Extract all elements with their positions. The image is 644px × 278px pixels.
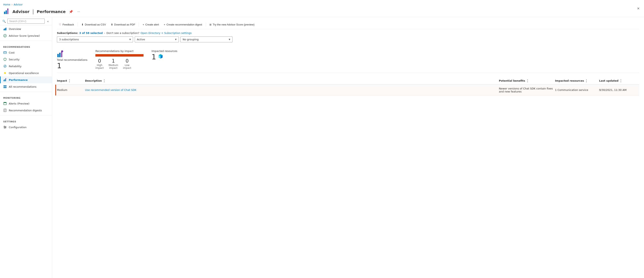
breadcrumb-home[interactable]: Home xyxy=(3,3,10,6)
title-bar: Home › Advisor xyxy=(0,0,644,17)
col-header-description: Description ↑↓ xyxy=(85,79,499,83)
subscriptions-dropdown-value: 3 subscriptions xyxy=(59,38,79,41)
impact-bar xyxy=(96,54,144,57)
high-impact-num: 0 xyxy=(98,58,101,64)
open-directory-link[interactable]: Open Directory + Subscription settings xyxy=(140,32,192,35)
alerts-icon xyxy=(3,102,7,105)
sidebar-divider-3 xyxy=(0,115,52,116)
svg-point-37 xyxy=(61,50,63,52)
svg-rect-16 xyxy=(6,79,6,81)
feedback-icon: ♡ xyxy=(59,23,61,26)
pin-button[interactable]: 📌 xyxy=(68,9,74,15)
row-description: Use recommended version of Chat SDK xyxy=(85,89,499,92)
row-impact: Medium xyxy=(57,89,85,92)
download-pdf-button[interactable]: ⬇ Download as PDF xyxy=(109,22,137,27)
total-recommendations-label: Total recommendations xyxy=(57,58,88,61)
close-button[interactable]: ✕ xyxy=(636,6,641,11)
grouping-dropdown[interactable]: No grouping ▼ xyxy=(180,37,232,42)
sidebar-item-configuration[interactable]: Configuration xyxy=(0,124,52,131)
stats-section: Total recommendations 1 Recommendations … xyxy=(57,46,639,73)
try-advisor-score-button[interactable]: ⊞ Try the new Advisor Score (preview) xyxy=(208,22,256,27)
sidebar-item-performance-label: Performance xyxy=(9,78,28,81)
create-digest-icon: + xyxy=(164,23,165,26)
high-impact-label: Highimpact xyxy=(96,64,104,69)
low-impact-label: Lowimpact xyxy=(123,64,131,69)
status-dropdown[interactable]: Active ▼ xyxy=(135,37,179,42)
sort-impacted-icon[interactable]: ↑↓ xyxy=(586,79,587,83)
svg-point-31 xyxy=(4,126,5,127)
overview-icon xyxy=(3,27,7,31)
recommendations-by-impact-label: Recommendations by impact xyxy=(96,50,144,53)
page-title: Performance xyxy=(37,9,66,14)
sidebar-item-alerts-label: Alerts (Preview) xyxy=(9,102,30,105)
low-impact-count: 0 Lowimpact xyxy=(123,58,131,69)
search-box: 🔍 « xyxy=(0,17,52,26)
svg-rect-22 xyxy=(4,103,6,105)
svg-rect-36 xyxy=(61,52,62,57)
sort-impact-icon[interactable]: ↑↓ xyxy=(69,79,70,83)
digests-icon xyxy=(3,109,7,112)
sidebar-item-operational-excellence[interactable]: Operational excellence xyxy=(0,70,52,76)
monitoring-section-label: Monitoring xyxy=(0,94,52,100)
sidebar: 🔍 « Overview Advisor Score (preview) Rec… xyxy=(0,17,52,278)
col-header-updated: Last updated ↑↓ xyxy=(599,79,639,83)
breadcrumb: Home › Advisor xyxy=(3,2,81,6)
sidebar-item-reliability[interactable]: Reliability xyxy=(0,63,52,70)
row-updated: 9/30/2021, 11:30 AM xyxy=(599,89,639,92)
cost-icon xyxy=(3,51,7,54)
sidebar-item-performance[interactable]: Performance xyxy=(0,76,52,83)
medium-impact-num: 1 xyxy=(112,58,115,64)
download-pdf-icon: ⬇ xyxy=(111,23,113,26)
svg-rect-18 xyxy=(4,85,5,86)
more-button[interactable]: ··· xyxy=(76,9,81,14)
subscriptions-dropdown[interactable]: 3 subscriptions ▼ xyxy=(57,37,133,42)
create-alert-label: Create alert xyxy=(145,23,159,26)
svg-rect-2 xyxy=(6,11,7,14)
status-dropdown-chevron: ▼ xyxy=(175,38,176,41)
sidebar-item-advisor-score[interactable]: Advisor Score (preview) xyxy=(0,32,52,39)
subscriptions-dropdown-chevron: ▼ xyxy=(129,38,131,41)
recommendations-by-impact-block: Recommendations by impact 0 Highimpact 1… xyxy=(96,50,144,69)
sidebar-item-digests[interactable]: Recommendation digests xyxy=(0,107,52,114)
title-bar-left: Home › Advisor xyxy=(3,2,632,15)
main-layout: 🔍 « Overview Advisor Score (preview) Rec… xyxy=(0,17,644,278)
breadcrumb-advisor[interactable]: Advisor xyxy=(14,3,23,6)
create-digest-button[interactable]: + Create recommendation digest xyxy=(162,22,204,27)
sidebar-item-overview[interactable]: Overview xyxy=(0,26,52,32)
impacted-resources-row: 1 xyxy=(152,53,177,61)
operational-excellence-icon xyxy=(3,71,7,75)
sidebar-item-security[interactable]: Security xyxy=(0,56,52,63)
security-icon xyxy=(3,58,7,61)
sidebar-item-digests-label: Recommendation digests xyxy=(9,109,42,112)
sidebar-item-alerts[interactable]: Alerts (Preview) xyxy=(0,100,52,107)
sidebar-item-overview-label: Overview xyxy=(9,28,21,31)
search-icon: 🔍 xyxy=(2,20,6,23)
subscriptions-nosub-text: Don't see a subscription? xyxy=(106,32,139,35)
svg-point-32 xyxy=(5,127,6,128)
download-csv-label: Download as CSV xyxy=(85,23,106,26)
total-recommendations-value: 1 xyxy=(57,62,88,69)
search-input[interactable] xyxy=(8,19,45,24)
svg-rect-34 xyxy=(57,54,59,57)
collapse-sidebar-button[interactable]: « xyxy=(46,19,50,24)
sidebar-item-reliability-label: Reliability xyxy=(9,65,22,68)
status-dropdown-value: Active xyxy=(137,38,145,41)
create-alert-button[interactable]: + Create alert xyxy=(140,22,161,27)
row-description-link[interactable]: Use recommended version of Chat SDK xyxy=(85,89,136,92)
sidebar-item-security-label: Security xyxy=(9,58,20,61)
svg-rect-1 xyxy=(4,12,5,14)
subscriptions-separator: – xyxy=(104,32,106,35)
feedback-button[interactable]: ♡ Feedback xyxy=(57,22,76,27)
sidebar-item-cost[interactable]: Cost xyxy=(0,49,52,56)
sort-description-icon[interactable]: ↑↓ xyxy=(104,79,105,83)
table-row: Medium Use recommended version of Chat S… xyxy=(57,85,639,96)
reliability-icon xyxy=(3,64,7,68)
sidebar-divider-1 xyxy=(0,41,52,41)
sidebar-item-all-recommendations[interactable]: All recommendations xyxy=(0,83,52,90)
download-csv-button[interactable]: ⬇ Download as CSV xyxy=(79,22,108,27)
impacted-resources-label: Impacted resources xyxy=(152,50,177,53)
sort-benefits-icon[interactable]: ↑↓ xyxy=(527,79,528,83)
table-header: Impact ↑↓ Description ↑↓ Potential benef… xyxy=(57,78,639,85)
svg-rect-23 xyxy=(4,102,6,103)
sort-updated-icon[interactable]: ↑↓ xyxy=(620,79,622,83)
